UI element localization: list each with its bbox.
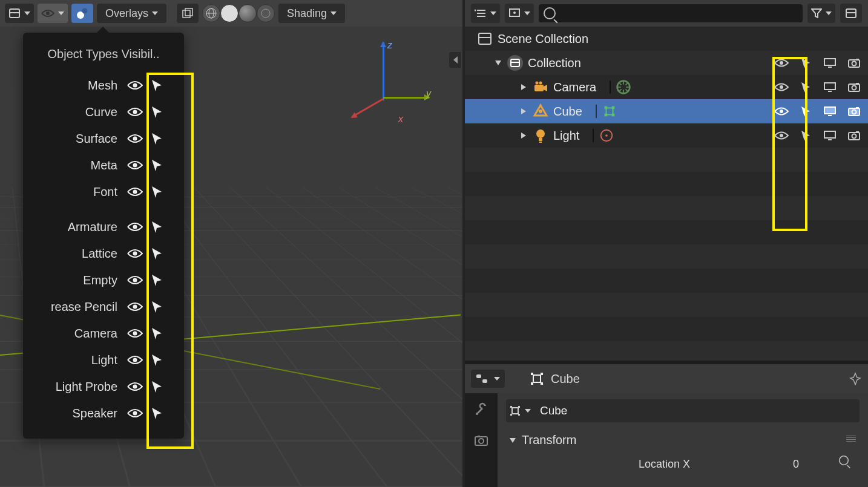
viewport[interactable]: Overlays Shading z y x Object Types Visi… bbox=[0, 0, 465, 487]
search-icon[interactable] bbox=[837, 453, 851, 468]
monitor-icon[interactable] bbox=[822, 55, 838, 71]
visibility-row: Empty bbox=[25, 267, 182, 293]
cursor-icon[interactable] bbox=[149, 246, 165, 261]
outliner-item-row[interactable]: Cube bbox=[465, 99, 868, 123]
cursor-icon[interactable] bbox=[149, 272, 165, 288]
cursor-icon[interactable] bbox=[149, 77, 165, 93]
camera-icon[interactable] bbox=[846, 128, 862, 143]
object-icon bbox=[529, 371, 545, 387]
eye-icon[interactable] bbox=[127, 325, 143, 341]
eye-icon[interactable] bbox=[774, 103, 789, 119]
light-icon bbox=[533, 128, 548, 143]
eye-icon[interactable] bbox=[127, 379, 143, 394]
eye-icon[interactable] bbox=[127, 157, 143, 173]
scene-collection-row[interactable]: Scene Collection bbox=[465, 27, 868, 51]
disclose-icon[interactable] bbox=[519, 83, 528, 91]
cursor-icon[interactable] bbox=[798, 128, 814, 143]
cursor-icon[interactable] bbox=[149, 299, 165, 315]
svg-rect-95 bbox=[512, 408, 518, 414]
cursor-icon[interactable] bbox=[149, 379, 165, 394]
popover-title: Object Types Visibil.. bbox=[25, 39, 182, 72]
cursor-icon[interactable] bbox=[149, 131, 165, 146]
object-name-input[interactable] bbox=[534, 399, 860, 422]
collection-row[interactable]: Collection bbox=[465, 51, 868, 75]
eye-icon[interactable] bbox=[127, 246, 143, 261]
monitor-icon[interactable] bbox=[822, 103, 838, 119]
data-icon[interactable] bbox=[602, 103, 617, 119]
outliner-new-collection[interactable] bbox=[840, 4, 862, 23]
camera-icon[interactable] bbox=[846, 103, 862, 119]
disclose-icon[interactable] bbox=[519, 107, 528, 116]
tool-tab-icon[interactable] bbox=[473, 402, 489, 417]
eye-icon[interactable] bbox=[127, 184, 143, 200]
eye-icon[interactable] bbox=[127, 352, 143, 368]
outliner-search[interactable] bbox=[539, 4, 803, 22]
outliner-item-row[interactable]: Camera bbox=[465, 75, 868, 99]
eye-icon[interactable] bbox=[127, 219, 143, 235]
cursor-icon[interactable] bbox=[149, 104, 165, 120]
datablock-dropdown[interactable] bbox=[506, 399, 534, 422]
outliner-item-row[interactable]: Light bbox=[465, 123, 868, 148]
svg-point-81 bbox=[852, 134, 856, 139]
cursor-icon[interactable] bbox=[798, 103, 814, 119]
gizmos-toggle[interactable] bbox=[71, 4, 93, 23]
outliner-filter[interactable] bbox=[807, 4, 835, 23]
grip-icon bbox=[846, 436, 856, 442]
editor-type-dropdown[interactable] bbox=[5, 4, 34, 23]
visibility-dropdown[interactable] bbox=[38, 4, 68, 23]
cursor-icon[interactable] bbox=[149, 219, 165, 235]
outliner-item-label: Cube bbox=[553, 105, 582, 119]
data-icon[interactable] bbox=[616, 79, 631, 95]
pin-icon[interactable] bbox=[849, 372, 862, 385]
eye-icon[interactable] bbox=[127, 77, 143, 93]
cursor-icon[interactable] bbox=[149, 325, 165, 341]
axis-x-label: x bbox=[398, 114, 403, 125]
properties-tabs bbox=[465, 393, 498, 487]
disclose-icon[interactable] bbox=[494, 59, 502, 67]
svg-point-22 bbox=[133, 385, 137, 389]
eye-icon[interactable] bbox=[127, 299, 143, 315]
outliner-view-dropdown[interactable] bbox=[505, 4, 534, 23]
shading-solid[interactable] bbox=[220, 4, 238, 22]
eye-icon[interactable] bbox=[127, 405, 143, 421]
svg-point-17 bbox=[133, 252, 137, 256]
cursor-icon[interactable] bbox=[149, 352, 165, 368]
cursor-icon[interactable] bbox=[798, 79, 814, 95]
cursor-icon[interactable] bbox=[798, 55, 814, 71]
eye-icon[interactable] bbox=[127, 104, 143, 120]
cursor-icon[interactable] bbox=[149, 405, 165, 421]
shading-material[interactable] bbox=[238, 4, 257, 22]
svg-rect-64 bbox=[604, 114, 607, 117]
properties-type-dropdown[interactable] bbox=[471, 370, 505, 388]
object-name-field bbox=[506, 399, 860, 422]
eye-icon[interactable] bbox=[127, 272, 143, 288]
cursor-icon[interactable] bbox=[149, 184, 165, 200]
shading-rendered[interactable] bbox=[257, 4, 275, 22]
outliner-tree[interactable]: Scene Collection Collection bbox=[465, 27, 868, 361]
location-x-value: 0 bbox=[793, 458, 799, 471]
shading-dropdown[interactable]: Shading bbox=[278, 4, 345, 23]
visibility-row-label: Surface bbox=[25, 132, 121, 146]
axis-gizmo[interactable]: z y x bbox=[366, 42, 426, 115]
overlays-dropdown[interactable]: Overlays bbox=[97, 4, 166, 23]
monitor-icon[interactable] bbox=[822, 128, 838, 143]
xray-toggle[interactable] bbox=[177, 4, 199, 23]
outliner-header bbox=[465, 0, 868, 27]
render-tab-icon[interactable] bbox=[473, 433, 489, 449]
eye-icon[interactable] bbox=[774, 55, 789, 71]
monitor-icon[interactable] bbox=[822, 79, 838, 95]
cursor-icon[interactable] bbox=[149, 157, 165, 173]
transform-panel-header[interactable]: Transform bbox=[506, 430, 860, 451]
popover-group-1: Mesh Curve Surface Meta Font bbox=[25, 72, 182, 205]
eye-icon[interactable] bbox=[127, 131, 143, 146]
eye-icon[interactable] bbox=[774, 128, 789, 143]
disclose-icon[interactable] bbox=[519, 131, 528, 140]
visibility-row: Light Probe bbox=[25, 373, 182, 400]
sidebar-toggle[interactable] bbox=[449, 52, 461, 68]
eye-icon[interactable] bbox=[774, 79, 789, 95]
camera-icon[interactable] bbox=[846, 55, 862, 71]
data-icon[interactable] bbox=[599, 128, 614, 143]
shading-wireframe[interactable] bbox=[202, 4, 220, 22]
outliner-display-mode[interactable] bbox=[471, 4, 500, 23]
camera-icon[interactable] bbox=[846, 79, 862, 95]
